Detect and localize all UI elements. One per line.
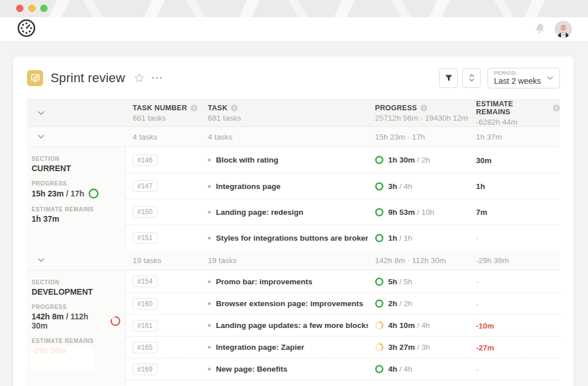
table-row[interactable]: #165 Integration page: Zapier 3h 27m / 3… — [126, 336, 560, 358]
chevron-down-icon — [37, 111, 45, 115]
section-collapse-chevron[interactable] — [27, 258, 126, 263]
table-row[interactable]: #160 Browser extension page: improvement… — [126, 292, 560, 314]
progress-ring-yellow — [375, 343, 384, 352]
star-icon[interactable] — [134, 72, 145, 83]
zoom-window-button[interactable] — [40, 5, 48, 12]
chevron-down-icon — [547, 76, 554, 80]
estimate-remains-value: - — [476, 365, 479, 374]
task-title: Promo bar: improvements — [216, 277, 312, 286]
table-row[interactable]: #151 Styles for integrations buttons are… — [126, 225, 560, 250]
sort-button[interactable] — [462, 68, 481, 88]
task-number-badge: #160 — [133, 298, 157, 310]
bullet-icon — [208, 237, 211, 240]
collapse-all-chevron[interactable] — [27, 111, 126, 115]
bullet-icon — [208, 302, 211, 305]
funnel-icon — [445, 75, 452, 82]
progress-total: / 2h — [415, 156, 430, 164]
summary-progress: 142h 8m · 112h 30m — [368, 256, 469, 265]
info-icon[interactable] — [231, 105, 238, 111]
task-title: New page: Benefits — [216, 365, 288, 373]
info-icon[interactable] — [553, 105, 560, 111]
task-title: Landing page: redesign — [216, 208, 303, 217]
progress-total: / 4h — [397, 182, 412, 191]
summary-task-count: 4 tasks — [203, 133, 368, 141]
estimate-remains-value: - — [476, 300, 479, 308]
progress-done: 9h 53m — [388, 208, 415, 217]
filter-button[interactable] — [439, 68, 458, 88]
summary-estimate-remains: -29h 38m — [469, 256, 560, 265]
section-label: SECTION — [32, 279, 121, 285]
table-row[interactable]: #161 Landing page updates: a few more bl… — [126, 314, 560, 336]
task-title: Block with rating — [216, 156, 278, 164]
period-dropdown[interactable]: PERIOD: Last 2 weeks — [488, 68, 560, 88]
column-header-estimate-remains: ESTIMATE REMAINS -6282h 44m — [469, 100, 560, 126]
ellipsis-icon[interactable]: ··· — [152, 75, 164, 81]
table-row[interactable]: #147 Integrations page 3h / 4h 1h — [126, 173, 560, 199]
page-title: Sprint review — [51, 71, 125, 86]
close-window-button[interactable] — [16, 5, 24, 12]
bullet-icon — [208, 185, 211, 188]
progress-total: / 17h — [64, 189, 84, 198]
chevron-down-icon — [37, 258, 45, 263]
minimize-window-button[interactable] — [28, 5, 36, 12]
task-rows: #154 Promo bar: improvements 5h / 5h - #… — [126, 271, 560, 386]
progress-ring-green — [375, 156, 384, 164]
progress-total: / 4h — [415, 321, 430, 330]
section-progress-value: 142h 8m / 112h 30m — [32, 312, 121, 330]
estimate-remains-value: - — [476, 234, 479, 242]
task-title: Landing page updates: a few more blocks — [216, 321, 368, 330]
table-row[interactable]: New… -2h — [126, 380, 560, 386]
section-collapse-chevron[interactable] — [27, 134, 126, 139]
progress-total: / 5h — [397, 277, 412, 286]
estimate-remains-label: ESTIMATE REMAINS — [32, 206, 121, 213]
monitor-chart-icon — [27, 70, 43, 86]
column-header-task-number: TASK NUMBER 681 tasks — [126, 104, 203, 122]
info-icon[interactable] — [420, 105, 427, 111]
info-icon[interactable] — [191, 105, 198, 111]
task-number-badge: #161 — [133, 320, 157, 331]
highlight-patch — [30, 346, 95, 372]
progress-total: / 10h — [415, 208, 435, 217]
table-row[interactable]: #146 Block with rating 1h 30m / 2h 30m — [126, 147, 560, 173]
bullet-icon — [208, 159, 211, 161]
table-row[interactable]: #154 Promo bar: improvements 5h / 5h - — [126, 271, 560, 292]
section-progress-value: 15h 23m / 17h — [32, 188, 121, 199]
bell-icon[interactable] — [535, 23, 546, 36]
task-number-badge: #154 — [133, 276, 157, 287]
table-row[interactable]: #169 New page: Benefits 4h / 4h - — [126, 358, 560, 380]
progress-total: / 4h — [397, 365, 412, 373]
progress-label: PROGRESS — [32, 180, 121, 187]
report-table: TASK NUMBER 681 tasks TASK 681 tasks PRO… — [27, 99, 560, 386]
summary-progress: 15h 23m · 17h — [368, 133, 469, 141]
task-title: Integrations page — [216, 182, 281, 191]
app-logo dial-gauge-icon[interactable] — [16, 18, 37, 41]
progress-done: 142h 8m — [32, 312, 64, 321]
progress-done: 2h — [388, 299, 397, 308]
column-subtotal: 681 tasks — [133, 114, 203, 122]
estimate-remains-value: -10m — [476, 322, 494, 330]
progress-done: 4h — [388, 365, 397, 373]
bullet-icon — [208, 324, 211, 327]
progress-done: 4h 10m — [388, 321, 415, 330]
top-navbar — [0, 17, 588, 41]
period-label: PERIOD: — [494, 70, 541, 76]
column-subtotal: 681 tasks — [208, 114, 368, 122]
task-number-badge: #150 — [133, 206, 157, 218]
section-summary-row: 4 tasks 4 tasks 15h 23m · 17h 1h 37m — [27, 127, 560, 147]
section-summary-row: 19 tasks 19 tasks 142h 8m · 112h 30m -29… — [27, 250, 560, 271]
progress-ring-green — [375, 234, 384, 242]
progress-ring-green — [375, 208, 384, 217]
estimate-remains-value: -27m — [476, 343, 494, 352]
window-controls — [16, 5, 48, 12]
summary-estimate-remains: 1h 37m — [469, 133, 560, 141]
user-avatar[interactable] — [555, 21, 572, 38]
bullet-icon — [208, 346, 211, 349]
progress-label: PROGRESS — [32, 304, 121, 310]
task-number-badge: #165 — [133, 342, 157, 353]
bullet-icon — [208, 211, 211, 214]
progress-ring-green — [375, 299, 384, 308]
table-row[interactable]: #150 Landing page: redesign 9h 53m / 10h… — [126, 199, 560, 225]
progress-done: 1h — [388, 234, 397, 242]
section-body: SECTION CURRENT PROGRESS 15h 23m / 17h E… — [27, 147, 560, 250]
window-chrome-strip — [0, 0, 588, 17]
